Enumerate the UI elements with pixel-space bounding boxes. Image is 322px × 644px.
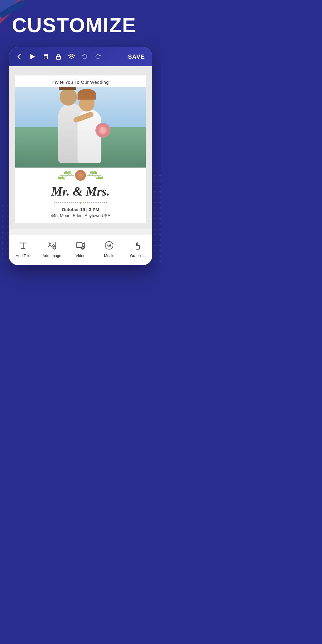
card-floral [15, 168, 146, 182]
music-icon [104, 241, 114, 252]
dot [83, 202, 84, 203]
svg-marker-3 [69, 54, 75, 57]
layers-button[interactable] [66, 51, 77, 62]
dot [91, 202, 92, 203]
undo-button[interactable] [79, 51, 90, 62]
bouquet [95, 123, 110, 138]
dot [93, 202, 95, 203]
divider-dots-left [54, 202, 78, 203]
svg-marker-0 [30, 54, 35, 59]
nav-label-music: Music [104, 253, 114, 258]
dot [100, 202, 101, 203]
dot [75, 202, 76, 203]
divider-heart: ♥ [79, 200, 82, 205]
nav-label-add-text: Add Text [16, 253, 31, 258]
groom-head [60, 88, 77, 106]
dot [58, 202, 59, 203]
dot [73, 202, 74, 203]
nav-item-graphics[interactable]: Graphics [123, 238, 152, 260]
floral-center-circle [75, 170, 86, 181]
lock-button[interactable] [53, 51, 64, 62]
card-divider: ♥ [15, 199, 146, 207]
dot [69, 202, 70, 203]
redo-button[interactable] [92, 51, 103, 62]
dot [95, 202, 97, 203]
page-title: CUSTOMIZE [0, 0, 161, 41]
dot [87, 202, 88, 203]
card-address: 445, Mount Eden, Anytown USA [15, 213, 146, 223]
groom-hair [59, 87, 76, 90]
dot [60, 202, 61, 203]
svg-rect-2 [56, 56, 61, 59]
phone-mockup: SAVE Invite You To Our Wedding [9, 47, 152, 265]
dot [97, 202, 99, 203]
dot [62, 202, 64, 203]
nav-item-add-text[interactable]: Add Text [9, 238, 38, 260]
svg-rect-28 [136, 245, 140, 249]
dot [71, 202, 72, 203]
dot [104, 202, 105, 203]
card-header-text: Invite You To Our Wedding [15, 75, 146, 87]
play-button[interactable] [27, 51, 38, 62]
nav-item-music[interactable]: Music [95, 238, 123, 260]
bride-hair [78, 89, 96, 100]
text-icon [18, 241, 28, 252]
dot [54, 202, 55, 203]
card-date: October 19 | 3 PM [15, 207, 146, 213]
copy-button[interactable] [40, 51, 51, 62]
divider-dots-right [83, 202, 107, 203]
nav-item-video[interactable]: Video [66, 238, 95, 260]
graphics-icon [133, 241, 143, 252]
card-names: Mr. & Mrs. [15, 182, 146, 199]
dot [66, 202, 68, 203]
dot [106, 202, 107, 203]
image-icon [47, 241, 57, 252]
floral-branch-left [39, 171, 75, 180]
bottom-nav: Add Text Add Image [9, 235, 152, 265]
svg-point-27 [109, 245, 110, 246]
video-icon [76, 241, 85, 252]
toolbar: SAVE [9, 47, 152, 66]
dot [102, 202, 103, 203]
svg-rect-1 [44, 55, 48, 59]
back-button[interactable] [14, 51, 24, 62]
dot [64, 202, 66, 203]
dot [89, 202, 90, 203]
dot [85, 202, 86, 203]
save-button[interactable]: SAVE [126, 52, 147, 61]
canvas-area: Invite You To Our Wedding [9, 66, 152, 229]
svg-rect-20 [76, 243, 82, 247]
nav-label-add-image: Add Image [43, 253, 61, 258]
nav-label-graphics: Graphics [130, 253, 145, 258]
floral-branch-right [86, 171, 122, 180]
dot [56, 202, 57, 203]
nav-label-video: Video [75, 253, 85, 258]
dot [77, 202, 78, 203]
card-photo [15, 87, 146, 168]
wedding-card: Invite You To Our Wedding [15, 75, 146, 223]
nav-item-add-image[interactable]: Add Image [38, 238, 66, 260]
